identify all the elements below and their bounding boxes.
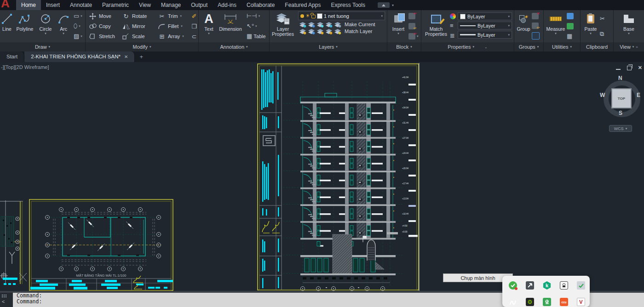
layer-tool-icon-0-2[interactable] xyxy=(316,22,323,27)
panel-label-groups[interactable]: Groups▾ xyxy=(514,42,543,51)
drawing-canvas[interactable]: -][Top][2D Wireframe] ✕ N W E S TOP WCS▾… xyxy=(0,62,644,291)
layer-dropdown-caret[interactable]: ▾ xyxy=(381,14,383,18)
task-check-tray-icon[interactable] xyxy=(577,281,585,290)
ribbon-tab-featured-apps[interactable]: Featured Apps xyxy=(280,0,326,10)
array-tool-button[interactable]: ⊞Array▾ xyxy=(158,33,190,40)
panel-label-clipboard[interactable]: Clipboard xyxy=(581,42,613,51)
trim-tool-button[interactable]: ✂Trim▾ xyxy=(158,13,190,20)
panel-label-properties[interactable]: Properties▾⌄ xyxy=(421,42,514,51)
panel-label-draw[interactable]: Draw▾ xyxy=(0,42,85,51)
create-block-button[interactable]: ✏ xyxy=(408,13,419,19)
manage-attributes-button[interactable]: ✏▾ xyxy=(408,33,419,40)
group-button[interactable]: ✶ Group xyxy=(515,10,532,43)
viewcube-south[interactable]: S xyxy=(619,110,622,116)
layer-tool-icon-0-3[interactable] xyxy=(325,22,332,27)
panel-label-layers[interactable]: Layers▾ xyxy=(270,42,387,51)
viewport-controls-label[interactable]: -][Top][2D Wireframe] xyxy=(1,64,49,70)
match-properties-button[interactable]: Match Properties xyxy=(423,10,449,43)
fillet-tool-button[interactable]: Fillet▾ xyxy=(158,23,190,29)
match-layer-button[interactable]: Match Layer xyxy=(345,28,373,34)
rectangle-tool-button[interactable]: ▭▾ xyxy=(74,13,82,19)
ribbon-tab-annotate[interactable]: Annotate xyxy=(65,0,97,10)
viewcube-north[interactable]: N xyxy=(618,75,622,81)
calculator-button[interactable]: ▦ xyxy=(567,33,574,40)
move-tool-button[interactable]: Move xyxy=(89,13,122,20)
ellipse-tool-button[interactable]: ⬯▾ xyxy=(74,23,82,29)
autocad-logo-icon[interactable]: A xyxy=(0,0,15,9)
new-drawing-tab-button[interactable]: + xyxy=(135,51,148,62)
text-tool-button[interactable]: A Text ▾ xyxy=(201,10,217,43)
hatch-tool-button[interactable]: ▨▾ xyxy=(74,33,82,40)
edit-attributes-button[interactable]: ✏ xyxy=(408,23,419,29)
ccu-tray-icon[interactable]: ccu xyxy=(560,298,568,306)
scale-tool-button[interactable]: Scale xyxy=(122,33,158,40)
ribbon-tab-collaborate[interactable]: Collaborate xyxy=(242,0,280,10)
properties-expander-icon[interactable]: ⌄ xyxy=(484,45,488,49)
viewcube-east[interactable]: E xyxy=(637,92,640,98)
collapse-chevron-icon[interactable]: < xyxy=(2,299,5,304)
ribbon-tab-manage[interactable]: Manage xyxy=(156,0,186,10)
table-button[interactable]: ▦Table xyxy=(247,33,266,40)
copy-tool-button[interactable]: Copy xyxy=(89,23,122,29)
ribbon-tab-insert[interactable]: Insert xyxy=(41,0,65,10)
stretch-tool-button[interactable]: Stretch xyxy=(89,33,122,40)
device-tray-icon[interactable] xyxy=(560,281,568,290)
object-color-dropdown[interactable]: ByLayer ▾ xyxy=(458,12,512,20)
paste-button[interactable]: Paste ▾ xyxy=(582,10,599,43)
security-check-tray-icon[interactable] xyxy=(543,298,551,306)
dimension-tool-button[interactable]: Dimension xyxy=(217,10,244,43)
linetype-dropdown[interactable]: ByLayer ▾ xyxy=(458,22,512,29)
layer-tool-icon-0-4[interactable] xyxy=(334,22,341,27)
layer-tool-icon-0-1[interactable] xyxy=(308,22,315,27)
ultraviewer-tray-icon[interactable] xyxy=(526,281,534,290)
line-tool-button[interactable]: Line xyxy=(0,10,14,43)
measure-button[interactable]: Measure ▾ xyxy=(546,10,566,43)
viewcube-west[interactable]: W xyxy=(600,92,605,98)
view-cube[interactable]: N W E S TOP WCS▾ xyxy=(601,77,642,123)
close-icon[interactable]: ✕ xyxy=(638,65,642,71)
layer-tool-icon-1-2[interactable] xyxy=(316,28,323,34)
ribbon-tab-output[interactable]: Output xyxy=(186,0,213,10)
ribbon-tab-view[interactable]: View xyxy=(134,0,156,10)
kaspersky-tray-icon[interactable]: k xyxy=(543,281,551,290)
layer-dropdown[interactable]: ☀ 1 net tuong ▾ xyxy=(298,11,385,20)
insert-block-button[interactable]: Insert ▾ xyxy=(389,10,408,43)
ribbon-tab-express-tools[interactable]: Express Tools xyxy=(326,0,370,10)
nvidia-tray-icon[interactable] xyxy=(526,298,534,306)
layer-tool-icon-1-3[interactable] xyxy=(325,28,332,34)
vmware-tray-icon[interactable]: V xyxy=(577,298,585,306)
copy-clip-button[interactable]: ⧉ xyxy=(600,31,605,37)
circle-tool-button[interactable]: Circle ▾ xyxy=(36,10,55,43)
cut-button[interactable]: ✂ xyxy=(600,16,605,22)
panel-label-annotation[interactable]: Annotation▾ xyxy=(199,42,269,51)
layer-tool-icon-1-4[interactable] xyxy=(334,28,341,34)
command-line-grip[interactable]: < xyxy=(0,293,13,307)
wave-tray-icon[interactable] xyxy=(509,298,517,306)
restore-icon[interactable] xyxy=(627,66,632,70)
group-edit-button[interactable]: ✏ xyxy=(532,23,540,29)
base-view-button[interactable]: Base ▾ xyxy=(620,10,638,43)
layer-properties-button[interactable]: Layer Properties xyxy=(270,10,296,43)
ungroup-button[interactable]: ✕ xyxy=(532,13,540,19)
ribbon-tab-home[interactable]: Home xyxy=(16,0,41,10)
panel-label-view[interactable]: View▾» xyxy=(614,42,644,51)
ribbon-tab-add-ins[interactable]: Add-ins xyxy=(213,0,242,10)
layer-tool-icon-1-1[interactable] xyxy=(308,28,315,34)
arc-tool-button[interactable]: Arc ▾ xyxy=(55,10,72,43)
file-tab-start[interactable]: Start xyxy=(0,51,24,62)
lineweight-dropdown[interactable]: ByLayer ▾ xyxy=(458,31,512,39)
panel-label-utilities[interactable]: Utilities▾ xyxy=(544,42,580,51)
panel-label-block[interactable]: Block▾ xyxy=(387,42,421,51)
ribbon-tab-parametric[interactable]: Parametric xyxy=(97,0,134,10)
layer-tool-icon-1-0[interactable] xyxy=(299,28,306,34)
quick-calc-button[interactable] xyxy=(567,23,574,29)
minimize-icon[interactable] xyxy=(616,69,621,70)
polyline-tool-button[interactable]: Polyline xyxy=(14,10,36,43)
ribbon-minimize-button[interactable] xyxy=(378,2,390,8)
wcs-dropdown[interactable]: WCS▾ xyxy=(609,125,632,132)
viewcube-top-face[interactable]: TOP xyxy=(611,88,632,108)
make-current-button[interactable]: Make Current xyxy=(345,22,375,27)
view-expander-icon[interactable]: » xyxy=(636,45,638,49)
file-tab-drawing[interactable]: 2-KHAI TRIEN PHÒNG KHÁCH SẠN* ✕ xyxy=(24,51,135,62)
group-selection-toggle[interactable] xyxy=(532,32,540,40)
